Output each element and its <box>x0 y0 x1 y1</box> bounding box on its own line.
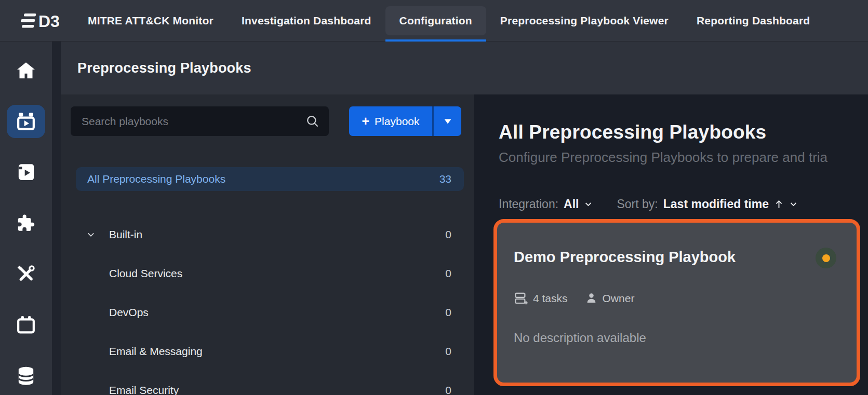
tasks-icon <box>514 291 528 305</box>
sort-filter-value: Last modified time <box>663 197 769 211</box>
caret-down-icon <box>444 118 452 125</box>
tasks-count: 4 tasks <box>533 292 568 305</box>
integration-filter[interactable]: Integration: All <box>499 197 593 211</box>
playbook-card[interactable]: Demo Preprocessing Playbook 4 tasks Owne… <box>493 219 860 386</box>
list-item-label: Cloud Services <box>109 267 182 280</box>
sidebar-item-home[interactable] <box>0 52 52 89</box>
calendar-icon <box>16 315 36 335</box>
search-box <box>71 106 329 136</box>
playbook-card-description: No description available <box>514 331 646 345</box>
list-item-count: 0 <box>445 345 451 358</box>
book-play-icon <box>16 162 36 183</box>
sidebar-item-data[interactable] <box>0 357 52 394</box>
list-item-count: 0 <box>445 267 451 280</box>
sidebar-item-integrations[interactable] <box>0 205 52 242</box>
chevron-down-icon <box>789 200 798 209</box>
list-item-label: DevOps <box>109 306 149 319</box>
d3-logo-icon: D3 <box>19 9 59 32</box>
list-item-count: 0 <box>445 384 451 395</box>
tab-investigation-dashboard[interactable]: Investigation Dashboard <box>228 0 385 42</box>
playbook-overview-panel: All Preprocessing Playbooks Configure Pr… <box>474 94 868 395</box>
nav-tabs: MITRE ATT&CK Monitor Investigation Dashb… <box>74 0 824 42</box>
list-item-email-security[interactable]: Email Security 0 <box>76 378 464 395</box>
app-window: D3 MITRE ATT&CK Monitor Investigation Da… <box>0 0 868 395</box>
tab-reporting-dashboard[interactable]: Reporting Dashboard <box>683 0 824 42</box>
list-item-label: Built-in <box>109 228 142 241</box>
list-item-count: 33 <box>439 173 451 185</box>
sort-filter-label: Sort by: <box>617 197 658 211</box>
list-item-count: 0 <box>445 306 451 319</box>
home-icon <box>16 60 36 81</box>
filter-bar: Integration: All Sort by: Last modified … <box>499 197 798 211</box>
panel-subheading: Configure Preprocessing Playbooks to pre… <box>499 149 868 166</box>
list-item-email-messaging[interactable]: Email & Messaging 0 <box>76 339 464 363</box>
tab-preprocessing-playbook-viewer[interactable]: Preprocessing Playbook Viewer <box>486 0 683 42</box>
status-indicator <box>816 248 836 268</box>
sidebar-item-playbook-library[interactable] <box>0 154 52 191</box>
tab-configuration[interactable]: Configuration <box>385 0 486 42</box>
list-item-devops[interactable]: DevOps 0 <box>76 301 464 324</box>
search-icon <box>305 114 319 128</box>
tab-label: MITRE ATT&CK Monitor <box>88 15 213 27</box>
sidebar-item-calendar[interactable] <box>0 306 52 344</box>
d3-logo: D3 <box>19 9 59 32</box>
tab-mitre-attck-monitor[interactable]: MITRE ATT&CK Monitor <box>74 0 228 42</box>
puzzle-icon <box>16 213 36 234</box>
icon-sidebar <box>0 42 52 395</box>
owner-label: Owner <box>603 292 635 305</box>
add-playbook-dropdown-button[interactable] <box>432 106 461 136</box>
page-title: Preprocessing Playbooks <box>77 60 251 76</box>
panel-heading: All Preprocessing Playbooks <box>499 121 766 143</box>
playbook-card-meta: 4 tasks Owner <box>514 291 634 305</box>
integration-filter-value: All <box>564 197 579 211</box>
sidebar-item-tools[interactable] <box>0 255 52 293</box>
database-icon <box>16 365 36 386</box>
sort-filter[interactable]: Sort by: Last modified time <box>617 197 797 211</box>
list-item-all-preprocessing-playbooks[interactable]: All Preprocessing Playbooks 33 <box>76 167 464 191</box>
arrow-up-icon[interactable] <box>774 199 784 209</box>
tab-label: Reporting Dashboard <box>697 15 810 27</box>
integration-filter-label: Integration: <box>499 197 558 211</box>
search-input[interactable] <box>71 106 305 136</box>
add-playbook-button[interactable]: + Playbook <box>349 106 432 136</box>
page-header: Preprocessing Playbooks <box>61 42 868 94</box>
tab-label: Configuration <box>399 15 472 27</box>
svg-text:D3: D3 <box>38 12 59 31</box>
tools-icon <box>16 264 36 284</box>
list-item-count: 0 <box>445 228 451 241</box>
playbook-list-panel: + Playbook All Preprocessing Playbooks 3… <box>61 94 474 395</box>
tab-label: Preprocessing Playbook Viewer <box>500 15 669 27</box>
list-item-cloud-services[interactable]: Cloud Services 0 <box>76 262 464 285</box>
list-item-label: Email & Messaging <box>109 345 203 358</box>
person-icon <box>585 292 597 304</box>
list-item-built-in[interactable]: Built-in 0 <box>76 223 464 247</box>
add-playbook-split-button: + Playbook <box>349 106 461 136</box>
list-item-label: All Preprocessing Playbooks <box>87 173 225 185</box>
plus-icon: + <box>362 115 370 128</box>
list-item-label: Email Security <box>109 384 179 395</box>
playbook-card-title: Demo Preprocessing Playbook <box>514 249 736 266</box>
top-nav: D3 MITRE ATT&CK Monitor Investigation Da… <box>0 0 868 42</box>
status-dot <box>822 254 830 262</box>
calendar-play-icon <box>16 111 36 132</box>
add-playbook-label: Playbook <box>375 115 419 128</box>
sidebar-item-preprocessing-playbooks[interactable] <box>0 103 52 140</box>
tab-label: Investigation Dashboard <box>242 15 371 27</box>
chevron-down-icon[interactable] <box>86 230 96 239</box>
chevron-down-icon <box>584 200 593 209</box>
